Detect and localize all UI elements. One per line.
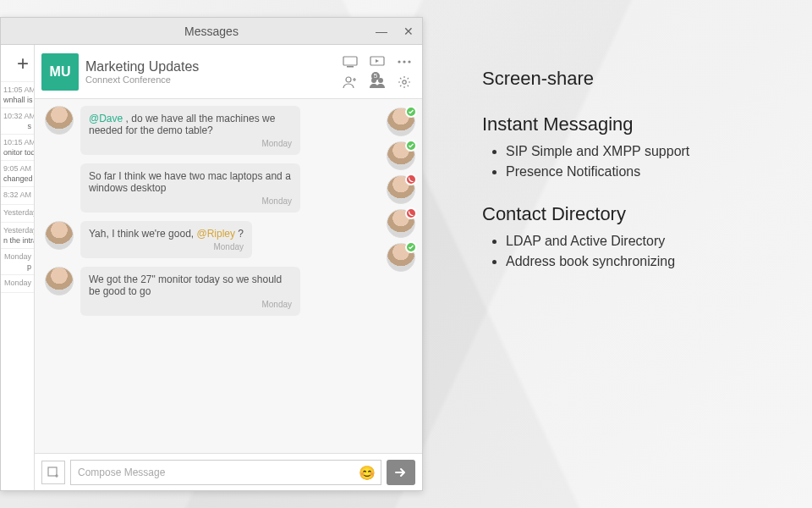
window-controls: — ✕	[368, 18, 422, 45]
sidebar-item[interactable]: Mondayp	[1, 249, 34, 275]
avatar	[45, 106, 74, 135]
avatar-spacer	[45, 163, 74, 164]
status-online-icon	[405, 106, 417, 118]
feature-item: LDAP and Active Directory	[506, 234, 787, 249]
message-text: ?	[235, 228, 244, 240]
status-phone-icon	[405, 174, 417, 185]
new-conversation-button[interactable]: +	[1, 45, 34, 82]
message-bubble: Yah, I think we're good, @Ripley ? Monda…	[80, 221, 252, 258]
svg-point-6	[346, 77, 351, 82]
composer: Compose Message 😊	[35, 453, 422, 490]
feature-heading: Screen-share	[482, 68, 787, 90]
status-phone-icon	[405, 207, 417, 219]
message-time: Monday	[89, 300, 292, 309]
message-time: Monday	[89, 196, 292, 206]
message-row: @Dave , do we have all the machines we n…	[45, 106, 378, 155]
chat-scroll[interactable]: @Dave , do we have all the machines we n…	[35, 99, 422, 453]
attach-icon	[47, 466, 60, 479]
plus-icon: +	[17, 52, 29, 75]
group-titles: Marketing Updates Connext Conference	[85, 59, 332, 85]
chat-pane: MU Marketing Updates Connext Conference	[35, 45, 422, 490]
window-title: Messages	[1, 25, 368, 38]
chat-header: MU Marketing Updates Connext Conference	[35, 45, 422, 99]
feature-heading: Instant Messaging	[482, 113, 787, 135]
send-icon	[394, 467, 408, 478]
sidebar-item[interactable]: Monday	[1, 275, 34, 293]
message-bubble: So far I think we have two mac laptops a…	[80, 163, 300, 213]
message-list: @Dave , do we have all the machines we n…	[45, 106, 378, 446]
sidebar-item[interactable]: 9:05 AMchanged to 11am	[1, 161, 34, 187]
message-bubble: We got the 27" monitor today so we shoul…	[80, 267, 300, 316]
svg-point-9	[403, 80, 406, 83]
mention: @Dave	[89, 113, 123, 124]
send-button[interactable]	[387, 460, 415, 485]
message-row: We got the 27" monitor today so we shoul…	[45, 267, 378, 316]
titlebar: Messages — ✕	[1, 18, 422, 45]
compose-placeholder: Compose Message	[78, 467, 165, 478]
app-body: + 11:05 AMwnhall is 10:32 AMs 10:15 AMon…	[1, 45, 422, 490]
svg-rect-10	[48, 467, 57, 476]
participant[interactable]	[387, 243, 415, 272]
group-count-icon[interactable]: 5	[366, 73, 388, 91]
messages-window: Messages — ✕ + 11:05 AMwnhall is 10:32 A…	[0, 17, 423, 491]
screenshare-icon[interactable]	[339, 52, 361, 71]
svg-point-4	[403, 60, 405, 63]
message-row: So far I think we have two mac laptops a…	[45, 163, 378, 213]
avatar	[45, 221, 74, 250]
gear-icon[interactable]	[393, 73, 415, 91]
message-text: Yah, I think we're good,	[89, 228, 196, 240]
svg-rect-1	[347, 66, 354, 68]
status-online-icon	[405, 140, 417, 152]
message-bubble: @Dave , do we have all the machines we n…	[80, 106, 300, 155]
feature-list: LDAP and Active Directory Address book s…	[482, 234, 787, 269]
avatar	[45, 267, 74, 295]
participants-column	[383, 106, 419, 446]
svg-point-3	[398, 60, 400, 63]
feature-panel: Screen-share Instant Messaging SIP Simpl…	[482, 68, 787, 274]
participant[interactable]	[387, 108, 415, 136]
sidebar-item[interactable]: 10:15 AMonitor today so we	[1, 135, 34, 161]
sidebar-item[interactable]: 11:05 AMwnhall is	[1, 82, 34, 108]
minimize-button[interactable]: —	[368, 18, 395, 45]
emoji-icon[interactable]: 😊	[359, 464, 376, 480]
mention: @Ripley	[196, 228, 235, 240]
sidebar-item[interactable]: Yesterdayn the intranet	[1, 223, 34, 249]
message-time: Monday	[89, 139, 292, 148]
close-button[interactable]: ✕	[395, 18, 422, 45]
group-count-badge: 5	[371, 72, 380, 80]
header-actions: 5	[339, 52, 415, 91]
group-avatar: MU	[41, 53, 79, 91]
message-text: We got the 27" monitor today so we shoul…	[89, 273, 282, 297]
add-person-icon[interactable]	[339, 73, 361, 91]
feature-item: SIP Simple and XMPP support	[506, 144, 787, 159]
message-row: Yah, I think we're good, @Ripley ? Monda…	[45, 221, 378, 258]
conversation-sidebar: + 11:05 AMwnhall is 10:32 AMs 10:15 AMon…	[1, 45, 35, 490]
svg-point-5	[408, 60, 410, 63]
sidebar-item[interactable]: 10:32 AMs	[1, 108, 34, 135]
svg-rect-0	[343, 57, 357, 65]
sidebar-item[interactable]: 8:32 AM	[1, 187, 34, 205]
feature-heading: Contact Directory	[482, 203, 787, 225]
present-icon[interactable]	[366, 52, 388, 71]
more-icon[interactable]	[393, 52, 415, 71]
feature-list: SIP Simple and XMPP support Presence Not…	[482, 144, 787, 179]
status-online-icon	[405, 241, 417, 253]
participant[interactable]	[387, 209, 415, 238]
participant[interactable]	[387, 175, 415, 204]
participant[interactable]	[387, 141, 415, 170]
compose-input[interactable]: Compose Message 😊	[70, 460, 381, 485]
group-subtitle: Connext Conference	[85, 75, 332, 85]
feature-item: Presence Notifications	[506, 164, 787, 179]
feature-item: Address book synchronizing	[506, 254, 787, 269]
attach-button[interactable]	[41, 461, 65, 484]
message-text: So far I think we have two mac laptops a…	[89, 170, 291, 194]
sidebar-item[interactable]: Yesterday	[1, 205, 34, 223]
message-time: Monday	[89, 242, 244, 251]
group-title: Marketing Updates	[85, 59, 332, 75]
